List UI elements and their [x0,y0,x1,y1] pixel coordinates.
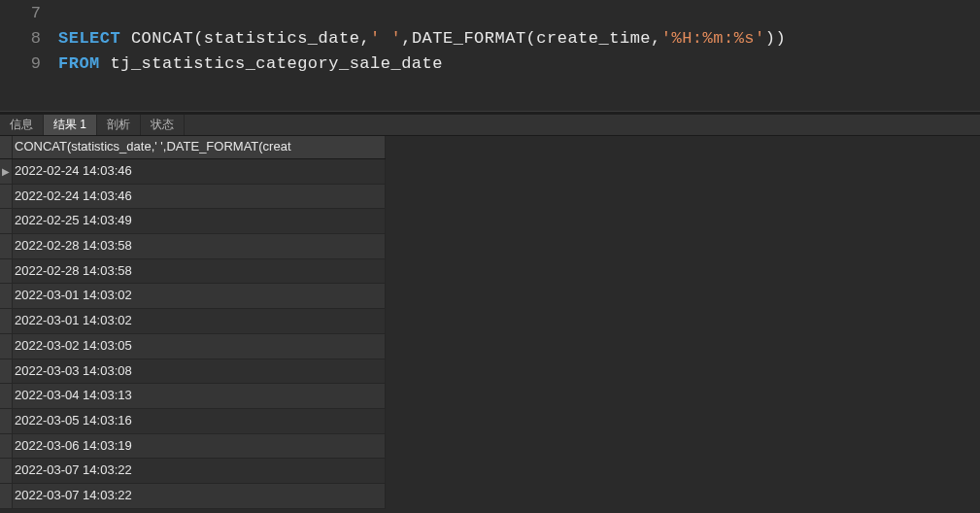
results-body: ▶2022-02-24 14:03:462022-02-24 14:03:462… [0,159,386,509]
cell-value[interactable]: 2022-03-07 14:03:22 [13,459,386,483]
cell-value[interactable]: 2022-02-25 14:03:49 [13,209,386,233]
cell-value[interactable]: 2022-03-06 14:03:19 [13,434,386,459]
cell-value[interactable]: 2022-03-01 14:03:02 [13,309,386,333]
table-row[interactable]: 2022-03-05 14:03:16 [0,409,386,434]
token-punct: , [401,29,412,48]
cell-value[interactable]: 2022-02-24 14:03:46 [13,159,386,184]
table-row[interactable]: ▶2022-02-24 14:03:46 [0,159,386,185]
cell-value[interactable]: 2022-02-24 14:03:46 [13,185,386,209]
row-handle[interactable] [0,259,13,284]
table-row[interactable]: 2022-03-04 14:03:13 [0,384,386,409]
table-row[interactable]: 2022-03-07 14:03:22 [0,459,386,484]
results-grid: CONCAT(statistics_date,' ',DATE_FORMAT(c… [0,136,386,509]
row-handle[interactable] [0,459,13,483]
row-handle[interactable] [0,484,13,508]
table-row[interactable]: 2022-02-28 14:03:58 [0,234,386,259]
tab-信息[interactable]: 信息 [0,115,44,135]
token-str: ' ' [370,29,401,48]
table-row[interactable]: 2022-03-06 14:03:19 [0,434,386,460]
row-handle[interactable] [0,234,13,258]
row-handle[interactable]: ▶ [0,159,13,184]
cell-value[interactable]: 2022-02-28 14:03:58 [13,234,386,258]
tab-结果 1[interactable]: 结果 1 [44,115,97,135]
token-ident: create_time [536,29,651,48]
token-punct: , [651,29,661,48]
editor-line[interactable]: 8SELECT CONCAT(statistics_date,' ',DATE_… [0,25,980,51]
tab-剖析[interactable]: 剖析 [97,115,141,135]
token-str: '%H:%m:%s' [661,29,765,48]
token-punct: ( [526,29,537,48]
table-row[interactable]: 2022-02-25 14:03:49 [0,209,386,234]
results-header-row: CONCAT(statistics_date,' ',DATE_FORMAT(c… [0,136,386,159]
cell-value[interactable]: 2022-02-28 14:03:58 [13,259,386,284]
token-func: CONCAT [131,29,193,48]
token-kw: FROM [58,54,100,73]
token-ident: tj_statistics_category_sale_date [111,54,443,73]
row-handle[interactable] [0,384,13,408]
token-punct [100,54,111,73]
row-handle[interactable] [0,209,13,233]
table-row[interactable]: 2022-02-24 14:03:46 [0,185,386,210]
cell-value[interactable]: 2022-03-04 14:03:13 [13,384,386,408]
line-number: 9 [0,54,58,73]
cell-value[interactable]: 2022-03-02 14:03:05 [13,334,386,359]
row-handle[interactable] [0,185,13,209]
row-handle[interactable] [0,284,13,308]
row-handle[interactable] [0,409,13,433]
cell-value[interactable]: 2022-03-01 14:03:02 [13,284,386,308]
table-row[interactable]: 2022-03-01 14:03:02 [0,309,386,334]
cell-value[interactable]: 2022-03-03 14:03:08 [13,359,386,384]
table-row[interactable]: 2022-03-02 14:03:05 [0,334,386,359]
row-handle-header [0,136,13,158]
row-handle[interactable] [0,434,13,459]
token-ident: statistics_date [204,29,360,48]
row-handle[interactable] [0,334,13,359]
editor-line[interactable]: 7 [0,0,980,25]
token-punct [120,29,131,48]
token-kw: SELECT [58,29,120,48]
column-header[interactable]: CONCAT(statistics_date,' ',DATE_FORMAT(c… [13,136,386,158]
code-content[interactable]: SELECT CONCAT(statistics_date,' ',DATE_F… [58,29,786,48]
cell-value[interactable]: 2022-03-05 14:03:16 [13,409,386,433]
token-func: DATE_FORMAT [412,29,526,48]
token-punct: ( [193,29,204,48]
row-handle[interactable] [0,309,13,333]
table-row[interactable]: 2022-03-03 14:03:08 [0,359,386,385]
cell-value[interactable]: 2022-03-07 14:03:22 [13,484,386,508]
row-handle[interactable] [0,359,13,384]
editor-line[interactable]: 9FROM tj_statistics_category_sale_date [0,51,980,76]
token-punct: , [359,29,370,48]
table-row[interactable]: 2022-02-28 14:03:58 [0,259,386,285]
token-punct: )) [765,29,786,48]
line-number: 7 [0,4,58,22]
table-row[interactable]: 2022-03-01 14:03:02 [0,284,386,309]
sql-editor[interactable]: 78SELECT CONCAT(statistics_date,' ',DATE… [0,0,980,76]
tab-状态[interactable]: 状态 [141,115,185,135]
line-number: 8 [0,29,58,48]
result-tabs: 信息结果 1剖析状态 [0,115,980,136]
code-content[interactable]: FROM tj_statistics_category_sale_date [58,54,443,73]
table-row[interactable]: 2022-03-07 14:03:22 [0,484,386,509]
